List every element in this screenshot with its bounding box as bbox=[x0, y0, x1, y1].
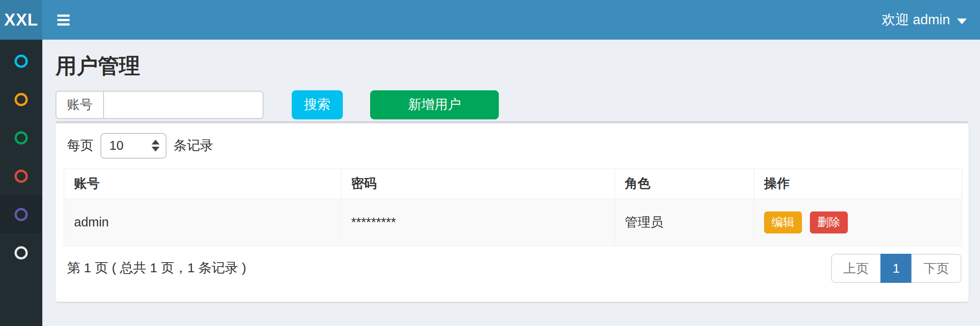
hamburger-icon bbox=[57, 15, 70, 26]
user-table: 账号 密码 角色 操作 admin ********* 管理员 编辑 删除 bbox=[63, 168, 962, 247]
circle-icon bbox=[15, 246, 28, 259]
pagination-next-button[interactable]: 下页 bbox=[911, 254, 961, 283]
pagination-page-1-active[interactable]: 1 bbox=[880, 254, 912, 283]
brand-logo[interactable]: XXL bbox=[0, 0, 42, 40]
cell-account: admin bbox=[64, 199, 341, 246]
column-header-account: 账号 bbox=[64, 169, 341, 199]
table-header-row: 账号 密码 角色 操作 bbox=[64, 169, 962, 199]
per-page-prefix: 每页 bbox=[67, 137, 93, 155]
per-page-value: 10 bbox=[109, 138, 123, 153]
cell-password: ********* bbox=[341, 199, 615, 246]
per-page-row: 每页 10 条记录 bbox=[67, 133, 960, 159]
pagination: 上页 1 下页 bbox=[831, 254, 961, 283]
top-navbar: XXL 欢迎 admin bbox=[0, 0, 980, 40]
circle-icon bbox=[15, 131, 28, 144]
column-header-password: 密码 bbox=[341, 169, 615, 199]
circle-icon bbox=[15, 208, 28, 221]
cell-role: 管理员 bbox=[615, 199, 754, 246]
user-table-panel: 每页 10 条记录 账号 密码 角色 操作 admin ********* bbox=[56, 121, 969, 302]
brand-logo-text: XXL bbox=[4, 11, 38, 30]
select-spinner-icon bbox=[152, 134, 160, 158]
cell-actions: 编辑 删除 bbox=[754, 199, 962, 246]
per-page-select[interactable]: 10 bbox=[100, 133, 167, 159]
account-input[interactable] bbox=[104, 92, 264, 118]
search-toolbar: 账号 搜索 新增用户 bbox=[56, 90, 969, 119]
table-row: admin ********* 管理员 编辑 删除 bbox=[64, 199, 962, 246]
circle-icon bbox=[15, 170, 28, 183]
welcome-text: 欢迎 admin bbox=[882, 11, 950, 29]
account-search-group: 账号 bbox=[56, 91, 264, 119]
add-user-button[interactable]: 新增用户 bbox=[370, 90, 499, 119]
sidebar-item-4[interactable] bbox=[0, 157, 42, 195]
sidebar-item-2[interactable] bbox=[0, 80, 42, 119]
sidebar bbox=[0, 40, 42, 326]
sidebar-item-6[interactable] bbox=[0, 233, 42, 272]
chevron-down-icon bbox=[957, 19, 967, 24]
edit-button[interactable]: 编辑 bbox=[764, 211, 802, 233]
navbar-spacer bbox=[85, 0, 869, 40]
sidebar-item-3[interactable] bbox=[0, 119, 42, 157]
page-title: 用户管理 bbox=[56, 55, 969, 78]
sidebar-item-1[interactable] bbox=[0, 42, 42, 80]
circle-icon bbox=[15, 55, 28, 68]
pagination-info: 第 1 页 ( 总共 1 页，1 条记录 ) bbox=[67, 259, 246, 277]
pagination-prev-button[interactable]: 上页 bbox=[831, 254, 881, 283]
column-header-role: 角色 bbox=[615, 169, 754, 199]
user-menu[interactable]: 欢迎 admin bbox=[869, 0, 980, 40]
column-header-actions: 操作 bbox=[754, 169, 962, 199]
per-page-suffix: 条记录 bbox=[174, 137, 213, 155]
table-footer: 第 1 页 ( 总共 1 页，1 条记录 ) 上页 1 下页 bbox=[63, 254, 961, 283]
sidebar-item-5-active[interactable] bbox=[0, 195, 42, 233]
sidebar-toggle-button[interactable] bbox=[42, 0, 85, 40]
delete-button[interactable]: 删除 bbox=[810, 211, 848, 233]
account-label: 账号 bbox=[56, 92, 104, 118]
search-button[interactable]: 搜索 bbox=[292, 90, 343, 119]
main-content: 用户管理 账号 搜索 新增用户 每页 10 条记录 账号 密码 角色 操作 bbox=[42, 40, 980, 326]
circle-icon bbox=[15, 93, 28, 106]
